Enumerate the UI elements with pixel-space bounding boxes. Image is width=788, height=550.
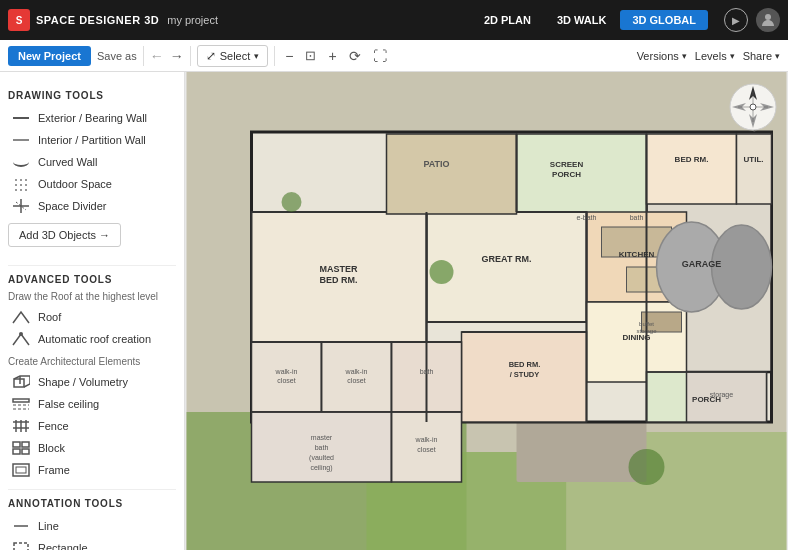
select-button[interactable]: ⤢ Select ▾	[197, 45, 269, 67]
line-label: Line	[38, 520, 59, 532]
share-button[interactable]: Share	[743, 50, 780, 62]
tab-3d-walk[interactable]: 3D WALK	[545, 10, 619, 30]
svg-text:bath: bath	[315, 444, 329, 451]
toolbar-divider3	[274, 46, 275, 66]
outdoor-space-label: Outdoor Space	[38, 178, 112, 190]
tool-rectangle[interactable]: Rectangle	[8, 537, 176, 550]
select-dropdown-icon: ▾	[254, 51, 259, 61]
zoom-reset-button[interactable]: ⟳	[345, 46, 365, 66]
svg-rect-24	[13, 442, 20, 447]
tool-line[interactable]: Line	[8, 515, 176, 537]
fence-icon	[12, 419, 30, 433]
svg-rect-25	[22, 442, 29, 447]
canvas-area[interactable]: SCREEN PORCH BED RM. UTIL. KITCHEN GREAT…	[185, 72, 788, 550]
outdoor-space-icon	[12, 177, 30, 191]
svg-rect-28	[13, 464, 29, 476]
arch-subtitle: Create Architectural Elements	[8, 356, 176, 367]
svg-point-1	[15, 179, 17, 181]
shape-volumetry-label: Shape / Volumetry	[38, 376, 128, 388]
shape-volumetry-icon	[12, 375, 30, 389]
tool-shape-volumetry[interactable]: Shape / Volumetry	[8, 371, 176, 393]
interior-wall-label: Interior / Partition Wall	[38, 134, 146, 146]
roof-label: Roof	[38, 311, 61, 323]
save-as-button[interactable]: Save as	[97, 50, 137, 62]
svg-text:KITCHEN: KITCHEN	[619, 250, 655, 259]
tool-outdoor-space[interactable]: Outdoor Space	[8, 173, 176, 195]
add-3d-button[interactable]: Add 3D Objects →	[8, 223, 121, 247]
curved-wall-label: Curved Wall	[38, 156, 98, 168]
tool-block[interactable]: Block	[8, 437, 176, 459]
rectangle-icon	[12, 541, 30, 550]
rectangle-label: Rectangle	[38, 542, 88, 550]
svg-rect-26	[13, 449, 20, 454]
nav-back-button[interactable]: ←	[150, 48, 164, 64]
svg-text:BED RM.: BED RM.	[509, 360, 541, 369]
svg-text:BED RM.: BED RM.	[320, 275, 358, 285]
false-ceiling-icon	[12, 397, 30, 411]
tool-frame[interactable]: Frame	[8, 459, 176, 481]
line-annotation-icon	[12, 519, 30, 533]
play-button[interactable]: ▶	[724, 8, 748, 32]
tool-auto-roof[interactable]: Automatic roof creation	[8, 328, 176, 350]
resize-icon: ⤢	[206, 49, 216, 63]
tab-3d-global[interactable]: 3D GLOBAL	[620, 10, 708, 30]
project-name-input[interactable]	[167, 14, 267, 26]
svg-text:closet: closet	[277, 377, 295, 384]
drawing-tools-title: DRAWING TOOLS	[8, 90, 176, 101]
nav-forward-button[interactable]: →	[170, 48, 184, 64]
zoom-controls: − ⊡ + ⟳ ⛶	[281, 46, 390, 66]
tool-false-ceiling[interactable]: False ceiling	[8, 393, 176, 415]
svg-text:PORCH: PORCH	[552, 170, 581, 179]
logo-icon: S	[8, 9, 30, 31]
svg-text:MASTER: MASTER	[320, 264, 359, 274]
tool-curved-wall[interactable]: Curved Wall	[8, 151, 176, 173]
tool-space-divider[interactable]: Space Divider	[8, 195, 176, 217]
svg-text:ceiling): ceiling)	[310, 464, 332, 472]
header-icons: ▶	[724, 8, 780, 32]
svg-rect-14	[14, 379, 24, 387]
tab-2d-plan[interactable]: 2D PLAN	[472, 10, 543, 30]
header: S SPACE DESIGNER 3D 2D PLAN 3D WALK 3D G…	[0, 0, 788, 40]
svg-point-7	[15, 189, 17, 191]
levels-dropdown[interactable]: Levels	[695, 50, 735, 62]
svg-point-4	[15, 184, 17, 186]
svg-point-69	[629, 449, 665, 485]
svg-rect-29	[16, 467, 26, 473]
tool-exterior-wall[interactable]: Exterior / Bearing Wall	[8, 107, 176, 129]
new-project-button[interactable]: New Project	[8, 46, 91, 66]
svg-text:storage: storage	[636, 328, 657, 334]
svg-text:master: master	[311, 434, 333, 441]
svg-text:bath: bath	[420, 368, 434, 375]
select-label: Select	[220, 50, 251, 62]
toolbar-divider	[143, 46, 144, 66]
svg-text:SCREEN: SCREEN	[550, 160, 584, 169]
sidebar: DRAWING TOOLS Exterior / Bearing Wall In…	[0, 72, 185, 550]
versions-dropdown[interactable]: Versions	[637, 50, 687, 62]
block-label: Block	[38, 442, 65, 454]
svg-point-2	[20, 179, 22, 181]
svg-point-117	[750, 104, 756, 110]
zoom-minus-button[interactable]: −	[281, 46, 297, 66]
svg-text:GREAT RM.: GREAT RM.	[482, 254, 532, 264]
svg-text:GARAGE: GARAGE	[682, 259, 722, 269]
space-divider-label: Space Divider	[38, 200, 106, 212]
frame-label: Frame	[38, 464, 70, 476]
fullscreen-button[interactable]: ⛶	[369, 46, 391, 66]
view-tabs: 2D PLAN 3D WALK 3D GLOBAL	[472, 10, 708, 30]
zoom-fit-button[interactable]: ⊡	[301, 46, 320, 65]
fence-label: Fence	[38, 420, 69, 432]
svg-text:BED RM.: BED RM.	[675, 155, 709, 164]
toolbar: New Project Save as ← → ⤢ Select ▾ − ⊡ +…	[0, 40, 788, 72]
zoom-plus-button[interactable]: +	[324, 46, 340, 66]
svg-rect-48	[737, 134, 772, 204]
svg-point-5	[20, 184, 22, 186]
svg-text:PATIO: PATIO	[423, 159, 449, 169]
tool-roof[interactable]: Roof	[8, 306, 176, 328]
advanced-tools-title: ADVANCED TOOLS	[8, 274, 176, 285]
user-avatar[interactable]	[756, 8, 780, 32]
auto-roof-icon	[12, 332, 30, 346]
svg-text:buffet: buffet	[639, 321, 654, 327]
tool-fence[interactable]: Fence	[8, 415, 176, 437]
tool-interior-wall[interactable]: Interior / Partition Wall	[8, 129, 176, 151]
svg-text:/ STUDY: / STUDY	[510, 370, 540, 379]
